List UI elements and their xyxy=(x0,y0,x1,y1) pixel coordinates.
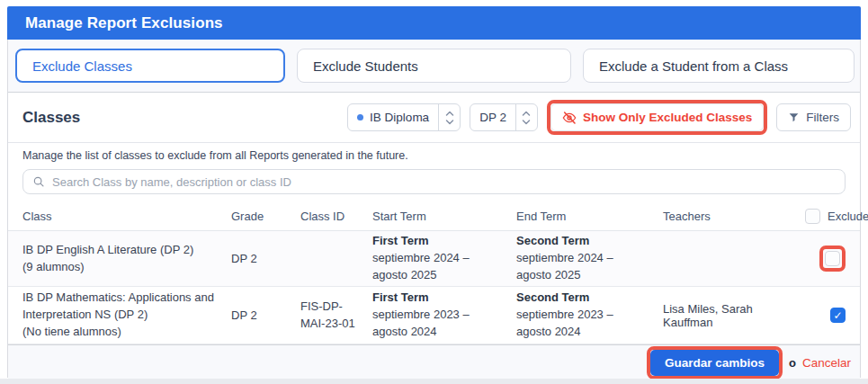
class-name: IB DP English A Literature (DP 2) xyxy=(22,243,193,256)
class-name: IB DP Mathematics: Applications and Inte… xyxy=(22,290,214,321)
page-title: Manage Report Exclusions xyxy=(25,14,223,32)
annotation-box-exclude-checkbox: ✓ xyxy=(819,246,846,272)
search-row xyxy=(8,167,860,201)
tab-exclude-classes[interactable]: Exclude Classes xyxy=(15,49,285,83)
class-name-cell: IB DP Mathematics: Applications and Inte… xyxy=(22,290,231,341)
cancel-link[interactable]: Cancelar xyxy=(802,356,851,370)
section-description: Manage the list of classes to exclude fr… xyxy=(22,149,846,162)
program-select-value: IB Diploma xyxy=(370,111,429,124)
grade-select[interactable]: DP 2 xyxy=(470,103,538,131)
start-term-dates: septiembre 2024 – agosto 2025 xyxy=(372,251,470,281)
class-student-count: (No tiene alumnos) xyxy=(22,325,121,338)
program-select-label: IB Diploma xyxy=(348,104,438,130)
section-title: Classes xyxy=(22,109,80,127)
table-row: IB DP Mathematics: Applications and Inte… xyxy=(8,287,860,344)
tabs-row: Exclude Classes Exclude Students Exclude… xyxy=(8,40,860,93)
grade-cell: DP 2 xyxy=(231,252,300,265)
search-box[interactable] xyxy=(22,169,846,194)
section-description-row: Manage the list of classes to exclude fr… xyxy=(8,143,860,167)
grade-select-label: DP 2 xyxy=(470,104,515,130)
col-header-class-id: Class ID xyxy=(300,210,372,223)
footer-action-bar: Guardar cambios o Cancelar xyxy=(8,344,860,380)
table-row: IB DP English A Literature (DP 2) (9 alu… xyxy=(8,231,860,287)
start-term-dates: septiembre 2023 – agosto 2024 xyxy=(372,308,470,338)
select-all-exclude-checkbox[interactable]: ✓ xyxy=(805,209,820,224)
end-term-title: Second Term xyxy=(516,234,589,247)
exclude-checkbox[interactable]: ✓ xyxy=(825,251,840,266)
end-term-dates: septiembre 2023 – agosto 2024 xyxy=(516,308,613,338)
program-dot-icon xyxy=(357,114,363,121)
class-name-cell: IB DP English A Literature (DP 2) (9 alu… xyxy=(22,242,231,276)
start-term-cell: First Term septiembre 2023 – agosto 2024 xyxy=(372,290,516,341)
classes-section-header: Classes IB Diploma DP 2 xyxy=(8,93,860,143)
end-term-dates: septiembre 2024 – agosto 2025 xyxy=(516,251,613,281)
filter-funnel-icon xyxy=(788,112,800,123)
page-bottom-edge xyxy=(0,379,868,384)
end-term-title: Second Term xyxy=(516,290,589,304)
tab-exclude-students[interactable]: Exclude Students xyxy=(297,49,571,83)
end-term-cell: Second Term septiembre 2024 – agosto 202… xyxy=(516,233,663,284)
class-id-cell: FIS-DP-MAI-23-01 xyxy=(300,299,372,333)
manage-report-exclusions-panel: Manage Report Exclusions Exclude Classes… xyxy=(7,7,861,378)
grade-cell: DP 2 xyxy=(231,308,300,322)
annotation-box-save-button: Guardar cambios xyxy=(647,346,783,380)
teachers-cell: Lisa Miles, Sarah Kauffman xyxy=(663,302,805,329)
eye-off-icon xyxy=(562,111,577,125)
search-input[interactable] xyxy=(52,175,836,189)
col-header-teachers: Teachers xyxy=(663,210,805,223)
or-label: o xyxy=(789,356,796,370)
grade-select-value: DP 2 xyxy=(479,111,506,124)
col-header-start-term: Start Term xyxy=(372,210,516,223)
start-term-cell: First Term septiembre 2024 – agosto 2025 xyxy=(372,233,516,284)
search-icon xyxy=(32,175,45,188)
class-student-count: (9 alumnos) xyxy=(22,260,85,273)
end-term-cell: Second Term septiembre 2023 – agosto 202… xyxy=(516,290,663,341)
filters-button[interactable]: Filters xyxy=(776,103,851,131)
program-select[interactable]: IB Diploma xyxy=(347,103,461,131)
exclude-checkbox[interactable]: ✓ xyxy=(830,308,846,323)
tab-exclude-student-from-class[interactable]: Exclude a Student from a Class xyxy=(583,49,855,83)
col-header-exclude: Exclude xyxy=(828,210,868,223)
annotation-box-show-excluded: Show Only Excluded Classes xyxy=(547,100,767,135)
start-term-title: First Term xyxy=(372,290,429,304)
page-title-bar: Manage Report Exclusions xyxy=(7,6,861,40)
show-only-excluded-label: Show Only Excluded Classes xyxy=(583,111,752,124)
col-header-class: Class xyxy=(22,210,231,223)
start-term-title: First Term xyxy=(372,234,429,247)
show-only-excluded-button[interactable]: Show Only Excluded Classes xyxy=(550,103,764,131)
section-controls: IB Diploma DP 2 Show xyxy=(347,100,851,135)
chevron-updown-icon[interactable] xyxy=(515,104,537,130)
chevron-updown-icon[interactable] xyxy=(438,104,460,130)
col-header-grade: Grade xyxy=(231,210,300,223)
save-changes-button[interactable]: Guardar cambios xyxy=(650,350,779,376)
filters-label: Filters xyxy=(806,111,839,124)
table-header-row: Class Grade Class ID Start Term End Term… xyxy=(8,201,860,231)
col-header-end-term: End Term xyxy=(516,210,663,223)
